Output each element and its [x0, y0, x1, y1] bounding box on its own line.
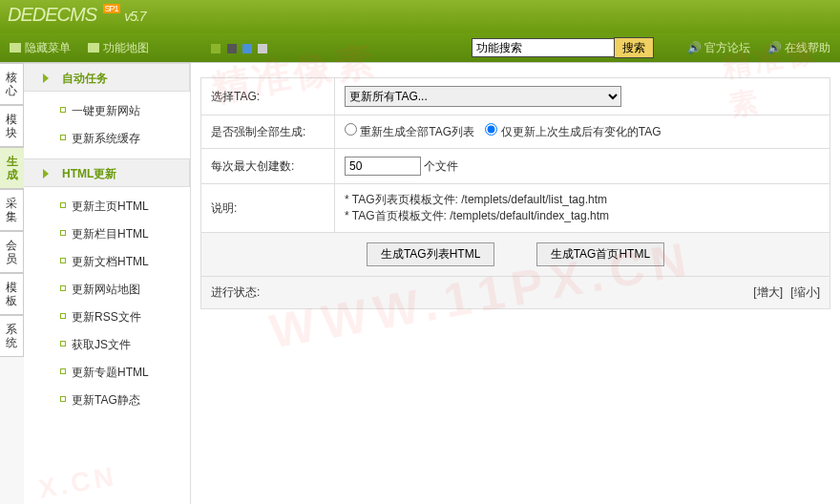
chip-gray[interactable]	[258, 44, 267, 53]
toolbar: 隐藏菜单 功能地图 搜索 🔊官方论坛 🔊在线帮助	[0, 33, 840, 62]
dot-icon	[60, 135, 66, 140]
dot-icon	[60, 285, 66, 291]
gen-index-button[interactable]: 生成TAG首页HTML	[536, 242, 664, 266]
tab-module[interactable]: 模块	[0, 105, 24, 147]
sidebar-item[interactable]: 更新主页HTML	[24, 193, 190, 220]
progress-label: 进行状态:	[211, 284, 260, 301]
dot-icon	[60, 396, 66, 402]
tab-generate[interactable]: 生成	[0, 147, 24, 189]
dot-icon	[60, 368, 66, 374]
chip-dark[interactable]	[227, 44, 237, 53]
function-search-input[interactable]	[472, 38, 615, 57]
map-icon	[88, 43, 99, 52]
unit-text: 个文件	[424, 159, 458, 173]
theme-chips	[211, 41, 270, 54]
vertical-tab-rail: 核心 模块 生成 采集 会员 模板 系统	[0, 63, 24, 504]
tab-system[interactable]: 系统	[0, 315, 24, 357]
group-html-update[interactable]: HTML更新	[24, 158, 190, 187]
dot-icon	[60, 341, 66, 346]
dot-icon	[60, 230, 66, 236]
tab-collect[interactable]: 采集	[0, 189, 24, 231]
help-link[interactable]: 🔊在线帮助	[767, 41, 830, 54]
search-button[interactable]: 搜索	[614, 37, 654, 58]
side-panel: 自动任务 一键更新网站 更新系统缓存 HTML更新 更新主页HTML 更新栏目H…	[24, 63, 191, 504]
header: DEDECMS SP1 v5.7	[0, 0, 840, 33]
feature-map-link[interactable]: 功能地图	[88, 41, 149, 54]
arrow-icon	[43, 169, 49, 178]
sidebar-item[interactable]: 更新TAG静态	[24, 387, 190, 414]
sidebar-item[interactable]: 更新RSS文件	[24, 304, 190, 331]
enlarge-link[interactable]: [增大]	[753, 285, 783, 299]
dot-icon	[60, 107, 66, 113]
tag-select[interactable]: 更新所有TAG...	[345, 86, 621, 107]
sp-badge: SP1	[103, 4, 120, 13]
chip-green[interactable]	[211, 44, 220, 53]
sidebar-item[interactable]: 获取JS文件	[24, 331, 190, 359]
label-select-tag: 选择TAG:	[201, 78, 335, 116]
gen-list-button[interactable]: 生成TAG列表HTML	[367, 242, 494, 266]
tab-core[interactable]: 核心	[0, 63, 24, 105]
version: v5.7	[124, 9, 145, 24]
tab-member[interactable]: 会员	[0, 231, 24, 273]
sidebar-item[interactable]: 更新网站地图	[24, 276, 190, 304]
help-icon: 🔊	[767, 41, 782, 54]
sidebar-item[interactable]: 更新文档HTML	[24, 248, 190, 276]
chip-blue[interactable]	[242, 44, 252, 53]
radio-update-changed[interactable]: 仅更新上次生成后有变化的TAG	[485, 125, 661, 138]
arrow-icon	[43, 74, 49, 83]
sidebar-item[interactable]: 更新栏目HTML	[24, 220, 190, 248]
dot-icon	[60, 202, 66, 208]
label-desc: 说明:	[201, 184, 335, 233]
radio-regen-all[interactable]: 重新生成全部TAG列表	[345, 125, 474, 138]
main-content: 选择TAG: 更新所有TAG... 是否强制全部生成: 重新生成全部TAG列表 …	[191, 63, 840, 504]
label-force: 是否强制全部生成:	[201, 116, 335, 149]
sidebar-item[interactable]: 一键更新网站	[24, 97, 190, 125]
logo: DEDECMS SP1 v5.7	[8, 4, 146, 26]
label-max: 每次最大创建数:	[201, 149, 335, 184]
tab-template[interactable]: 模板	[0, 273, 24, 315]
hide-menu-link[interactable]: 隐藏菜单	[10, 41, 71, 54]
shrink-link[interactable]: [缩小]	[790, 285, 820, 299]
desc-text: * TAG列表页模板文件: /templets/default/list_tag…	[335, 184, 830, 233]
menu-icon	[10, 43, 21, 52]
speaker-icon: 🔊	[687, 41, 702, 54]
dot-icon	[60, 258, 66, 263]
dot-icon	[60, 313, 66, 319]
sidebar-item[interactable]: 更新系统缓存	[24, 125, 190, 153]
sidebar-item[interactable]: 更新专题HTML	[24, 359, 190, 387]
group-auto-task[interactable]: 自动任务	[24, 63, 190, 92]
max-count-input[interactable]	[345, 157, 421, 176]
forum-link[interactable]: 🔊官方论坛	[687, 41, 750, 54]
